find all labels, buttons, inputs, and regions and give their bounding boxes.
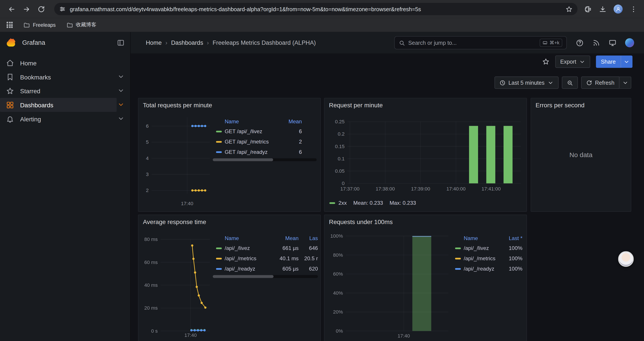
- assistant-avatar[interactable]: [618, 251, 634, 267]
- sidebar-item-starred[interactable]: Starred: [0, 84, 116, 98]
- series-name[interactable]: /api/_/metrics: [225, 255, 273, 261]
- site-settings-icon[interactable]: [59, 6, 66, 12]
- forward-button[interactable]: [20, 3, 33, 16]
- news-rss-icon[interactable]: [592, 39, 600, 47]
- reload-button[interactable]: [34, 3, 48, 16]
- dock-menu-button[interactable]: [117, 39, 124, 47]
- search-shortcut: ⌘+k: [540, 39, 562, 47]
- series-name[interactable]: /api/_/readyz: [464, 265, 501, 272]
- search-input[interactable]: Search or jump to... ⌘+k: [394, 36, 567, 49]
- panel-title[interactable]: Total requests per minute: [143, 102, 212, 109]
- legend-row[interactable]: GET /api/_/livez 6: [213, 126, 317, 137]
- legend-header-mean[interactable]: Mean: [288, 118, 302, 124]
- url-bar[interactable]: grafana.mathmast.com/d/deytv4rwavabkb/fr…: [54, 3, 577, 15]
- favorite-dashboard-button[interactable]: [542, 58, 550, 65]
- series-last: 646: [302, 245, 318, 251]
- breadcrumb-home[interactable]: Home: [146, 40, 162, 46]
- legend-header-mean[interactable]: Mean: [276, 235, 298, 241]
- sidebar-item-dashboards[interactable]: Dashboards: [0, 98, 116, 112]
- sidebar-item-alerting[interactable]: Alerting: [0, 112, 116, 126]
- series-name[interactable]: /api/_/metrics: [464, 255, 501, 261]
- panel-title[interactable]: Requests under 100ms: [329, 218, 393, 225]
- total-requests-chart[interactable]: 6543217:40: [142, 117, 212, 208]
- grafana-sidebar: Grafana Home Bookmarks Starred D: [0, 32, 131, 341]
- series-name[interactable]: 2xx: [338, 200, 347, 206]
- legend-row[interactable]: /api/_/readyz 605 µs 620: [213, 263, 318, 274]
- legend-header-name[interactable]: Name: [225, 235, 273, 241]
- chevron-down-icon[interactable]: [118, 101, 124, 108]
- series-name[interactable]: /api/_/readyz: [225, 265, 273, 272]
- requests-under-100ms-chart[interactable]: 100%80%60%40%20%0%17:40: [328, 235, 451, 341]
- sidebar-item-home[interactable]: Home: [0, 56, 116, 70]
- series-name[interactable]: GET /api/_/livez: [225, 128, 262, 135]
- browser-menu-icon[interactable]: [630, 5, 638, 13]
- svg-text:0%: 0%: [336, 328, 343, 334]
- legend-row[interactable]: /api/_/metrics 40.1 ms 20.5 r: [213, 253, 318, 263]
- legend-row[interactable]: /api/_/readyz 100%: [452, 263, 523, 274]
- user-avatar[interactable]: [625, 38, 634, 47]
- chevron-down-icon[interactable]: [118, 73, 124, 80]
- request-per-minute-chart[interactable]: 0.250.20.150.10.05017:37:0017:38:0017:39…: [328, 117, 524, 194]
- chevron-down-icon[interactable]: [118, 115, 124, 122]
- downloads-icon[interactable]: [599, 5, 607, 13]
- series-name[interactable]: /api/_/livez: [225, 245, 273, 251]
- share-button[interactable]: Share: [596, 56, 620, 68]
- monitor-icon[interactable]: [609, 39, 616, 47]
- share-menu-button[interactable]: [620, 56, 632, 68]
- svg-text:20%: 20%: [333, 309, 343, 315]
- grafana-header: Home › Dashboards › Freeleaps Metrics Da…: [131, 32, 644, 53]
- svg-text:17:39:00: 17:39:00: [411, 186, 430, 192]
- average-response-time-chart[interactable]: 80 ms60 ms40 ms20 ms0 s17:40: [142, 235, 212, 340]
- panel-title[interactable]: Average response time: [143, 218, 206, 225]
- legend-scrollbar[interactable]: [213, 275, 318, 278]
- legend-scrollbar-thumb[interactable]: [213, 275, 274, 278]
- back-button[interactable]: [5, 3, 18, 16]
- svg-text:0.05: 0.05: [335, 168, 344, 174]
- legend-row[interactable]: /api/_/livez 661 µs 646: [213, 243, 318, 253]
- sidebar-item-bookmarks[interactable]: Bookmarks: [0, 70, 116, 84]
- legend-scrollbar[interactable]: [213, 158, 317, 161]
- share-label: Share: [601, 59, 616, 65]
- refresh-interval-button[interactable]: [620, 77, 631, 89]
- time-range-picker[interactable]: Last 5 minutes: [494, 77, 558, 89]
- url-text[interactable]: grafana.mathmast.com/d/deytv4rwavabkb/fr…: [70, 6, 562, 12]
- refresh-icon: [586, 80, 592, 86]
- breadcrumb-dashboards[interactable]: Dashboards: [171, 40, 203, 46]
- extensions-icon[interactable]: [584, 5, 592, 13]
- browser-actions: [584, 5, 639, 14]
- legend-header-last[interactable]: Last *: [504, 235, 523, 241]
- help-icon[interactable]: [576, 39, 584, 47]
- legend-header-last[interactable]: Las: [302, 235, 318, 241]
- chevron-down-icon[interactable]: [118, 87, 124, 94]
- legend-row[interactable]: GET /api/_/readyz 6: [213, 147, 317, 157]
- bookmark-folder-freeleaps[interactable]: Freeleaps: [24, 22, 56, 28]
- bookmark-folder-blogs[interactable]: 收藏博客: [66, 21, 96, 28]
- series-name[interactable]: GET /api/_/readyz: [225, 149, 268, 155]
- series-name[interactable]: GET /api/_/metrics: [225, 138, 269, 145]
- legend-scrollbar-thumb[interactable]: [213, 158, 273, 161]
- series-name[interactable]: /api/_/livez: [464, 245, 501, 251]
- svg-text:17:38:00: 17:38:00: [376, 186, 395, 192]
- breadcrumb-separator: ›: [207, 40, 209, 46]
- legend-header-name[interactable]: Name: [225, 118, 239, 124]
- header-icons: [576, 38, 634, 47]
- panel-title[interactable]: Request per minute: [329, 102, 383, 109]
- legend-row[interactable]: GET /api/_/metrics 2: [213, 137, 317, 147]
- export-button[interactable]: Export: [555, 56, 590, 68]
- refresh-button[interactable]: Refresh: [581, 77, 620, 89]
- zoom-out-button[interactable]: [562, 77, 578, 89]
- legend-header-name[interactable]: Name: [464, 235, 501, 241]
- grafana-logo[interactable]: [6, 38, 16, 48]
- series-mean: 6: [299, 128, 302, 135]
- legend-row[interactable]: /api/_/metrics 100%: [452, 253, 523, 263]
- series-last: 100%: [504, 245, 523, 251]
- legend-row[interactable]: /api/_/livez 100%: [452, 243, 523, 253]
- series-swatch: [216, 141, 222, 142]
- svg-text:0 s: 0 s: [151, 328, 158, 334]
- svg-text:60 ms: 60 ms: [144, 260, 158, 265]
- profile-avatar[interactable]: [614, 5, 622, 14]
- breadcrumb-current: Freeleaps Metrics Dashboard (ALPHA): [212, 40, 316, 46]
- svg-text:0.2: 0.2: [338, 131, 344, 137]
- bookmark-star-icon[interactable]: [566, 6, 572, 13]
- apps-grid-icon[interactable]: [6, 22, 13, 28]
